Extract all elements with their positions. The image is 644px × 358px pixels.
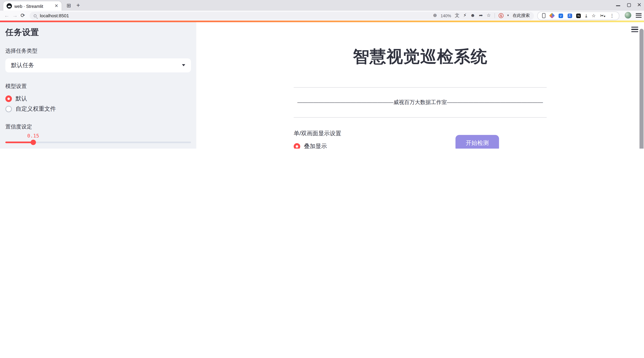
task-type-label: 选择任务类型 (5, 47, 191, 55)
task-section-title: 任务设置 (5, 27, 191, 38)
window-restore-button[interactable] (627, 3, 631, 7)
task-type-value: 默认任务 (11, 62, 34, 69)
page-scrollbar[interactable] (640, 29, 644, 149)
chevron-down-icon (182, 64, 185, 66)
confidence-value: 0.15 (27, 133, 39, 138)
display-radio-overlay[interactable]: 叠加显示 (294, 143, 420, 149)
zoom-level[interactable]: 140% (440, 13, 451, 18)
app-menu-icon[interactable] (631, 27, 638, 34)
tab-close-icon[interactable]: ✕ (54, 3, 58, 9)
lightning-icon[interactable]: ⚡ (463, 13, 466, 18)
tab-title: web · Streamlit (14, 4, 53, 8)
browser-menu-icon[interactable] (636, 13, 642, 19)
radio-selected-icon[interactable] (294, 143, 300, 149)
extension-n-icon[interactable]: N (576, 13, 581, 18)
profile-avatar[interactable] (625, 12, 632, 19)
translate-ext-icon[interactable]: 文 (568, 13, 572, 18)
divider (294, 87, 547, 88)
device-icon[interactable] (542, 13, 546, 18)
start-detection-button[interactable]: 开始检测 (456, 135, 499, 149)
main-area: 智慧视觉巡检系统 ——————————————————威视百万大数据工作室———… (196, 22, 644, 149)
confidence-max: 1.00 (182, 147, 191, 149)
tab-manager-icon[interactable]: ⊞ (66, 3, 71, 9)
search-icon (34, 14, 37, 17)
scissors-icon[interactable]: ✂▾ (600, 13, 606, 18)
confidence-min: 0.00 (5, 147, 15, 149)
gemini-icon[interactable] (549, 13, 555, 19)
display-mode-label: 单/双画面显示设置 (294, 130, 420, 137)
radio-selected-icon[interactable] (5, 95, 12, 102)
download-icon[interactable]: ⤓ (585, 13, 587, 18)
url-bar[interactable]: localhost:8501 ⊕ 140% 文 ⚡ ☻ ➦ ☆ S ▾ 在此搜索 (30, 12, 534, 20)
streamlit-favicon-icon (7, 3, 12, 9)
confidence-label: 置信度设定 (5, 123, 191, 130)
browser-toolbar: ← → ⟳ ⌂ ⌂ localhost:8501 ⊕ 140% 文 ⚡ ☻ ➦ … (0, 11, 644, 21)
model-radio-custom[interactable]: 自定义权重文件 (5, 105, 191, 113)
streamlit-decoration-bar (0, 21, 644, 22)
forward-icon[interactable]: → (12, 12, 18, 19)
radio-unselected-icon[interactable] (5, 106, 12, 112)
bookmark-star-icon[interactable]: ☆ (486, 13, 491, 18)
browser-tab[interactable]: web · Streamlit ✕ (3, 1, 62, 11)
page-title: 智慧视觉巡检系统 (294, 45, 547, 68)
new-tab-button[interactable]: + (76, 2, 80, 9)
url-text[interactable]: localhost:8501 (40, 13, 69, 18)
confidence-slider[interactable]: 0.15 (5, 139, 191, 145)
container-icon[interactable]: ☻ (470, 13, 475, 18)
tab-strip: web · Streamlit ✕ ⊞ + ✕ (0, 0, 644, 11)
task-type-select[interactable]: 默认任务 (5, 58, 191, 72)
divider (294, 117, 547, 118)
browser-window: web · Streamlit ✕ ⊞ + ✕ ← → ⟳ ⌂ ⌂ localh… (0, 0, 644, 149)
search-engine-icon[interactable]: S (498, 13, 504, 18)
translate-icon[interactable]: 文 (455, 13, 460, 18)
kebab-menu-icon[interactable]: ⋮ (610, 13, 614, 18)
window-minimize-button[interactable] (616, 5, 620, 6)
reload-icon[interactable]: ⟳ (20, 12, 25, 19)
share-icon[interactable]: ➦ (479, 13, 483, 18)
search-here-label[interactable]: 在此搜索 (512, 13, 530, 19)
zoom-icon[interactable]: ⊕ (433, 13, 437, 18)
window-close-button[interactable]: ✕ (637, 3, 642, 7)
divider (494, 13, 495, 18)
back-icon[interactable]: ← (4, 12, 10, 19)
star-icon[interactable]: ☆ (592, 13, 596, 18)
model-label: 模型设置 (5, 83, 191, 90)
model-radio-default[interactable]: 默认 (5, 95, 191, 102)
chevron-down-icon[interactable]: ▾ (507, 14, 509, 17)
slider-thumb[interactable] (30, 139, 36, 145)
studio-divider-text: ——————————————————威视百万大数据工作室————————————… (294, 99, 547, 106)
extensions-pill: V 文 N ⤓ ☆ ✂▾ ⋮ (537, 11, 620, 20)
sidebar: 任务设置 选择任务类型 默认任务 模型设置 默认 自定义权重文件 置信度设定 0… (0, 22, 196, 149)
slider-fill (5, 141, 33, 143)
extension-blue-icon[interactable]: V (558, 13, 563, 18)
